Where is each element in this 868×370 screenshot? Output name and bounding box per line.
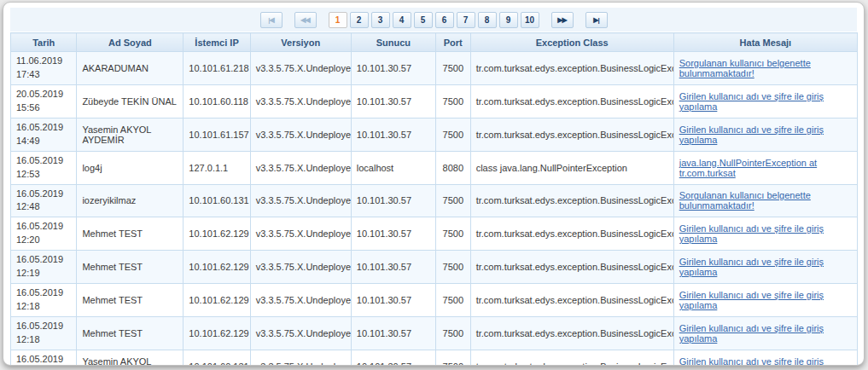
error-log-table: Tarih Ad Soyad İstemci IP Versiyon Sunuc… xyxy=(10,32,858,366)
cell-versiyon: v3.3.5.75.X.Undeployed xyxy=(250,284,351,317)
cell-versiyon: v3.3.5.75.X.Undeployed xyxy=(250,317,351,350)
cell-versiyon: v3.3.5.75.X.Undeployed xyxy=(250,184,351,217)
pagination-page-9[interactable]: 9 xyxy=(499,12,518,28)
column-header-versiyon[interactable]: Versiyon xyxy=(250,33,351,52)
cell-ad-soyad: Mehmet TEST xyxy=(77,317,184,350)
cell-tarih: 20.05.201915:56 xyxy=(11,84,77,118)
cell-ad-soyad: Mehmet TEST xyxy=(77,251,184,284)
cell-ad-soyad: Yasemin AKYOL AYDEMİR xyxy=(77,118,184,151)
cell-sunucu: 10.101.30.57 xyxy=(351,317,435,350)
cell-sunucu: 10.101.30.57 xyxy=(351,284,435,317)
cell-tarih: 16.05.201914:49 xyxy=(11,118,77,151)
cell-exception-class: tr.com.turksat.edys.exception.BusinessLo… xyxy=(470,317,673,350)
column-header-istemci-ip[interactable]: İstemci IP xyxy=(184,33,250,52)
cell-port: 7500 xyxy=(435,118,470,151)
table-row: 16.05.201910:55 Yasemin AKYOL AYDEMİR 10… xyxy=(11,350,858,366)
table-row: 16.05.201912:48 iozeryikilmaz 10.101.60.… xyxy=(11,184,858,217)
pagination-page-2[interactable]: 2 xyxy=(350,12,369,28)
cell-ad-soyad: iozeryikilmaz xyxy=(77,184,184,217)
error-message-link[interactable]: Girilen kullanıcı adı ve şifre ile giriş… xyxy=(679,91,824,112)
table-row: 16.05.201912:53 log4j 127.0.1.1 v3.3.5.7… xyxy=(11,151,858,184)
error-log-window: |◀ ◀◀ 1 2 3 4 5 6 7 8 9 10 ▶▶ ▶| Tarih A… xyxy=(3,2,865,366)
column-header-tarih[interactable]: Tarih xyxy=(11,33,77,52)
cell-versiyon: v3.3.5.75.X.Undeployed xyxy=(250,84,351,118)
table-row: 16.05.201912:18 Mehmet TEST 10.101.62.12… xyxy=(11,317,858,350)
cell-port: 7500 xyxy=(435,317,470,350)
column-header-hata-mesaji[interactable]: Hata Mesajı xyxy=(673,33,857,52)
cell-port: 7500 xyxy=(435,184,470,217)
cell-tarih: 16.05.201912:20 xyxy=(11,217,77,251)
cell-exception-class: tr.com.turksat.edys.exception.BusinessLo… xyxy=(470,217,673,251)
error-message-link[interactable]: Girilen kullanıcı adı ve şifre ile giriş… xyxy=(679,223,824,244)
pagination-page-7[interactable]: 7 xyxy=(457,12,475,28)
cell-istemci-ip: 10.101.62.129 xyxy=(184,251,250,284)
pagination-page-8[interactable]: 8 xyxy=(478,12,497,28)
cell-istemci-ip: 10.101.62.129 xyxy=(184,317,250,350)
error-message-link[interactable]: Girilen kullanıcı adı ve şifre ile giriş… xyxy=(679,124,824,145)
cell-ad-soyad: Yasemin AKYOL AYDEMİR xyxy=(77,350,184,366)
error-message-link[interactable]: Sorgulanan kullanıcı belgenette bulunmam… xyxy=(679,190,811,211)
cell-sunucu: 10.101.30.57 xyxy=(351,350,435,366)
pagination-page-5[interactable]: 5 xyxy=(414,12,433,28)
cell-hata-mesaji: Sorgulanan kullanıcı belgenette bulunmam… xyxy=(673,184,857,217)
cell-tarih: 16.05.201912:18 xyxy=(11,317,77,350)
cell-istemci-ip: 10.101.60.131 xyxy=(184,184,250,217)
cell-exception-class: tr.com.turksat.edys.exception.BusinessLo… xyxy=(470,184,673,217)
pagination-bar: |◀ ◀◀ 1 2 3 4 5 6 7 8 9 10 ▶▶ ▶| xyxy=(10,8,857,32)
pagination-page-10[interactable]: 10 xyxy=(521,12,539,28)
cell-port: 7500 xyxy=(435,217,470,251)
cell-ad-soyad: log4j xyxy=(77,151,184,184)
cell-port: 8080 xyxy=(435,151,470,184)
error-message-link[interactable]: Girilen kullanıcı adı ve şifre ile giriş… xyxy=(679,257,824,277)
cell-ad-soyad: Zübeyde TEKİN ÜNAL xyxy=(77,84,184,118)
cell-hata-mesaji: Girilen kullanıcı adı ve şifre ile giriş… xyxy=(673,251,857,284)
cell-exception-class: class java.lang.NullPointerException xyxy=(470,151,673,184)
table-row: 16.05.201914:49 Yasemin AKYOL AYDEMİR 10… xyxy=(11,118,858,151)
column-header-sunucu[interactable]: Sunucu xyxy=(351,33,435,52)
cell-hata-mesaji: Sorgulanan kullanıcı belgenette bulunmam… xyxy=(673,52,857,85)
pagination-page-6[interactable]: 6 xyxy=(435,12,454,28)
cell-hata-mesaji: Girilen kullanıcı adı ve şifre ile giriş… xyxy=(673,84,857,118)
cell-sunucu: localhost xyxy=(351,151,435,184)
cell-versiyon: v3.3.5.75.X.Undeployed xyxy=(250,217,351,251)
table-row: 16.05.201912:19 Mehmet TEST 10.101.62.12… xyxy=(11,251,858,284)
cell-port: 7500 xyxy=(435,251,470,284)
error-message-link[interactable]: Girilen kullanıcı adı ve şifre ile giriş… xyxy=(679,290,824,310)
cell-ad-soyad: Mehmet TEST xyxy=(77,217,184,251)
cell-tarih: 16.05.201912:18 xyxy=(11,284,77,317)
cell-istemci-ip: 10.101.62.129 xyxy=(184,217,250,251)
error-message-link[interactable]: Girilen kullanıcı adı ve şifre ile giriş… xyxy=(679,323,824,344)
pagination-prev-button[interactable]: ◀◀ xyxy=(294,12,317,28)
column-header-exception[interactable]: Exception Class xyxy=(470,33,673,52)
cell-versiyon: v3.3.5.75.X.Undeployed xyxy=(250,151,351,184)
cell-istemci-ip: 127.0.1.1 xyxy=(184,151,250,184)
cell-exception-class: tr.com.turksat.edys.exception.BusinessLo… xyxy=(470,84,673,118)
table-row: 20.05.201915:56 Zübeyde TEKİN ÜNAL 10.10… xyxy=(11,84,858,118)
cell-exception-class: tr.com.turksat.edys.exception.BusinessLo… xyxy=(470,350,673,366)
cell-hata-mesaji: Girilen kullanıcı adı ve şifre ile giriş… xyxy=(673,350,857,366)
table-header-row: Tarih Ad Soyad İstemci IP Versiyon Sunuc… xyxy=(11,33,858,52)
pagination-page-1[interactable]: 1 xyxy=(329,12,347,28)
error-message-link[interactable]: java.lang.NullPointerException at tr.com… xyxy=(679,158,817,178)
column-header-ad-soyad[interactable]: Ad Soyad xyxy=(77,33,184,52)
error-message-link[interactable]: Girilen kullanıcı adı ve şifre ile giriş… xyxy=(679,356,824,366)
cell-versiyon: v3.3.5.75.X.Undeployed xyxy=(250,52,351,85)
cell-port: 7500 xyxy=(435,84,470,118)
column-header-port[interactable]: Port xyxy=(435,33,470,52)
cell-tarih: 16.05.201912:53 xyxy=(11,151,77,184)
cell-port: 7500 xyxy=(435,52,470,85)
cell-exception-class: tr.com.turksat.edys.exception.BusinessLo… xyxy=(470,251,673,284)
pagination-last-button[interactable]: ▶| xyxy=(585,12,608,28)
cell-istemci-ip: 10.101.61.218 xyxy=(184,52,250,85)
error-message-link[interactable]: Sorgulanan kullanıcı belgenette bulunmam… xyxy=(679,58,811,78)
cell-istemci-ip: 10.101.60.131 xyxy=(184,350,250,366)
cell-hata-mesaji: Girilen kullanıcı adı ve şifre ile giriş… xyxy=(673,284,857,317)
pagination-first-button[interactable]: |◀ xyxy=(260,12,283,28)
cell-hata-mesaji: Girilen kullanıcı adı ve şifre ile giriş… xyxy=(673,317,857,350)
pagination-page-3[interactable]: 3 xyxy=(371,12,390,28)
pagination-page-4[interactable]: 4 xyxy=(393,12,411,28)
cell-istemci-ip: 10.101.60.118 xyxy=(184,84,250,118)
table-row: 16.05.201912:18 Mehmet TEST 10.101.62.12… xyxy=(11,284,858,317)
cell-ad-soyad: AKARADUMAN xyxy=(77,52,184,85)
pagination-next-button[interactable]: ▶▶ xyxy=(551,12,574,28)
